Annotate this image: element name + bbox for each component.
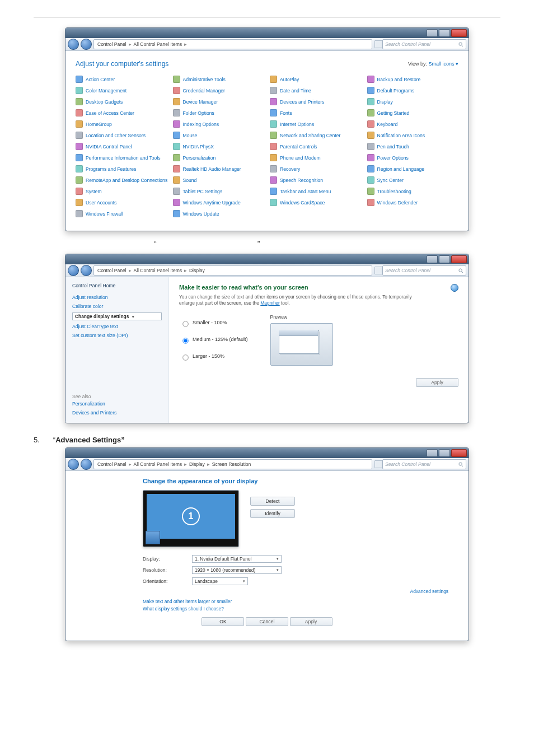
cp-item-nvidia-physx[interactable]: NVIDIA PhysX	[173, 143, 265, 150]
cancel-button[interactable]: Cancel	[246, 617, 288, 626]
breadcrumb[interactable]: Control Panel ▸ All Control Panel Items …	[93, 39, 372, 49]
cp-item-backup-and-restore[interactable]: Backup and Restore	[367, 76, 459, 83]
advanced-settings-link[interactable]: Advanced settings	[410, 589, 448, 594]
opt-medium[interactable]: Medium - 125% (default)	[179, 335, 248, 344]
cp-item-network-and-sharing-center[interactable]: Network and Sharing Center	[270, 132, 362, 139]
crumb-0[interactable]: Control Panel	[97, 41, 127, 47]
cp-item-color-management[interactable]: Color Management	[76, 87, 167, 94]
see-also-personalization[interactable]: Personalization	[72, 401, 162, 407]
cp-item-windows-defender[interactable]: Windows Defender	[367, 199, 459, 206]
cp-item-sync-center[interactable]: Sync Center	[367, 176, 459, 184]
apply-button[interactable]: Apply	[290, 617, 332, 626]
opt-larger[interactable]: Larger - 150%	[179, 352, 248, 361]
monitor-preview[interactable]: 1	[143, 490, 239, 547]
back-button[interactable]	[68, 39, 79, 50]
cp-item-folder-options[interactable]: Folder Options	[173, 109, 265, 116]
cp-item-user-accounts[interactable]: User Accounts	[76, 199, 167, 206]
cp-item-homegroup[interactable]: HomeGroup	[76, 120, 167, 128]
cp-item-internet-options[interactable]: Internet Options	[270, 120, 362, 128]
magnifier-link[interactable]: Magnifier	[260, 300, 279, 306]
refresh-icon[interactable]	[374, 267, 382, 274]
sidebar-cleartype[interactable]: Adjust ClearType text	[72, 324, 162, 329]
minimize-button[interactable]	[427, 255, 438, 263]
link-which-settings[interactable]: What display settings should I choose?	[143, 606, 458, 612]
cp-item-programs-and-features[interactable]: Programs and Features	[76, 165, 167, 172]
link-text-size[interactable]: Make text and other items larger or smal…	[143, 599, 458, 604]
ok-button[interactable]: OK	[202, 617, 244, 626]
cp-item-speech-recognition[interactable]: Speech Recognition	[270, 176, 362, 184]
cp-item-taskbar-and-start-menu[interactable]: Taskbar and Start Menu	[270, 188, 362, 195]
cp-item-remoteapp-and-desktop-connections[interactable]: RemoteApp and Desktop Connections	[76, 176, 167, 184]
cp-item-mouse[interactable]: Mouse	[173, 132, 265, 139]
cp-item-pen-and-touch[interactable]: Pen and Touch	[367, 143, 459, 150]
maximize-button[interactable]	[439, 255, 450, 263]
cp-item-parental-controls[interactable]: Parental Controls	[270, 143, 362, 150]
maximize-button[interactable]	[439, 449, 450, 457]
cp-item-fonts[interactable]: Fonts	[270, 109, 362, 116]
cp-item-location-and-other-sensors[interactable]: Location and Other Sensors	[76, 132, 167, 139]
cp-item-indexing-options[interactable]: Indexing Options	[173, 120, 265, 128]
cp-item-windows-cardspace[interactable]: Windows CardSpace	[270, 199, 362, 206]
forward-button[interactable]	[81, 265, 92, 276]
apply-button[interactable]: Apply	[416, 378, 458, 387]
cp-item-default-programs[interactable]: Default Programs	[367, 87, 459, 94]
cp-item-ease-of-access-center[interactable]: Ease of Access Center	[76, 109, 167, 116]
view-by-dropdown[interactable]: Small icons ▾	[428, 61, 458, 67]
cp-item-autoplay[interactable]: AutoPlay	[270, 76, 362, 83]
cp-item-personalization[interactable]: Personalization	[173, 154, 265, 161]
breadcrumb[interactable]: Control Panel▸ All Control Panel Items▸ …	[93, 265, 372, 276]
cp-item-region-and-language[interactable]: Region and Language	[367, 165, 459, 172]
cp-item-display[interactable]: Display	[367, 98, 459, 105]
cp-item-getting-started[interactable]: Getting Started	[367, 109, 459, 116]
back-button[interactable]	[68, 459, 79, 470]
cp-item-phone-and-modem[interactable]: Phone and Modem	[270, 154, 362, 161]
forward-button[interactable]	[81, 39, 92, 50]
cp-item-desktop-gadgets[interactable]: Desktop Gadgets	[76, 98, 167, 105]
cp-item-keyboard[interactable]: Keyboard	[367, 120, 459, 128]
search-input[interactable]: Search Control Panel	[382, 459, 466, 469]
cp-item-device-manager[interactable]: Device Manager	[173, 98, 265, 105]
cp-item-administrative-tools[interactable]: Administrative Tools	[173, 76, 265, 83]
opt-smaller[interactable]: Smaller - 100%	[179, 319, 248, 328]
close-button[interactable]	[451, 29, 467, 37]
cp-item-tablet-pc-settings[interactable]: Tablet PC Settings	[173, 188, 265, 195]
refresh-icon[interactable]	[374, 460, 382, 468]
cp-item-windows-anytime-upgrade[interactable]: Windows Anytime Upgrade	[173, 199, 265, 206]
orientation-select[interactable]: Landscape	[192, 577, 248, 585]
refresh-icon[interactable]	[374, 40, 382, 48]
cp-item-troubleshooting[interactable]: Troubleshooting	[367, 188, 459, 195]
help-icon[interactable]	[451, 284, 458, 292]
cp-item-action-center[interactable]: Action Center	[76, 76, 167, 83]
sidebar-change-display-settings[interactable]: Change display settings	[72, 312, 162, 320]
resolution-select[interactable]: 1920 × 1080 (recommended)	[192, 566, 282, 574]
search-input[interactable]: Search Control Panel	[382, 39, 466, 49]
sidebar-adjust-resolution[interactable]: Adjust resolution	[72, 295, 162, 300]
cp-item-devices-and-printers[interactable]: Devices and Printers	[270, 98, 362, 105]
maximize-button[interactable]	[439, 29, 450, 37]
cp-item-notification-area-icons[interactable]: Notification Area Icons	[367, 132, 459, 139]
cp-item-sound[interactable]: Sound	[173, 176, 265, 184]
cp-item-credential-manager[interactable]: Credential Manager	[173, 87, 265, 94]
breadcrumb[interactable]: Control Panel▸ All Control Panel Items▸ …	[93, 459, 372, 469]
cp-item-recovery[interactable]: Recovery	[270, 165, 362, 172]
detect-button[interactable]: Detect	[250, 497, 295, 506]
cp-item-date-and-time[interactable]: Date and Time	[270, 87, 362, 94]
forward-button[interactable]	[81, 459, 92, 470]
sidebar-calibrate-color[interactable]: Calibrate color	[72, 304, 162, 309]
crumb-1[interactable]: All Control Panel Items	[134, 41, 182, 47]
see-also-devices-printers[interactable]: Devices and Printers	[72, 410, 162, 416]
cp-item-system[interactable]: System	[76, 188, 167, 195]
cp-item-windows-update[interactable]: Windows Update	[173, 210, 265, 217]
cp-item-nvidia-control-panel[interactable]: NVIDIA Control Panel	[76, 143, 167, 150]
back-button[interactable]	[68, 265, 79, 276]
minimize-button[interactable]	[427, 449, 438, 457]
close-button[interactable]	[451, 255, 467, 263]
cp-item-performance-information-and-tools[interactable]: Performance Information and Tools	[76, 154, 167, 161]
sidebar-custom-dpi[interactable]: Set custom text size (DPI)	[72, 333, 162, 338]
close-button[interactable]	[451, 449, 467, 457]
cp-item-windows-firewall[interactable]: Windows Firewall	[76, 210, 167, 217]
cp-item-realtek-hd-audio-manager[interactable]: Realtek HD Audio Manager	[173, 165, 265, 172]
display-select[interactable]: 1. Nvidia Default Flat Panel	[192, 555, 282, 563]
cp-item-power-options[interactable]: Power Options	[367, 154, 459, 161]
identify-button[interactable]: Identify	[250, 509, 295, 518]
